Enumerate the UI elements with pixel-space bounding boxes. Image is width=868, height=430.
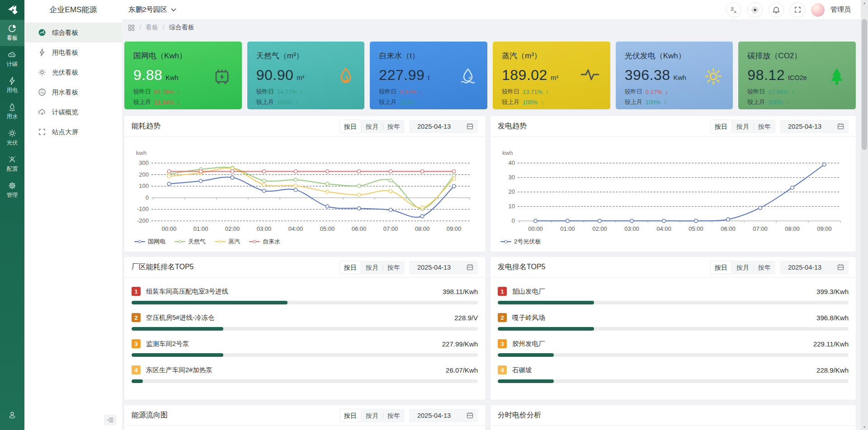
- date-picker[interactable]: 2025-04-13: [409, 120, 478, 133]
- date-value: 2025-04-13: [788, 264, 837, 271]
- svg-text:08:00: 08:00: [785, 225, 800, 232]
- date-picker[interactable]: 2025-04-13: [409, 409, 478, 422]
- rank-bar-track: [132, 327, 478, 331]
- period-tabs: 按日 按月 按年: [710, 261, 775, 274]
- panel-title: 发电趋势: [498, 122, 527, 131]
- page-scrollbar[interactable]: ▲ ▼: [861, 0, 868, 430]
- svg-text:-200: -200: [137, 217, 149, 224]
- sidebar-item-label: 综合看板: [52, 28, 78, 37]
- sidebar-item-overview[interactable]: 综合看板: [24, 23, 122, 42]
- app-logo[interactable]: [0, 0, 24, 20]
- water-drop-icon: [8, 103, 17, 112]
- rank-badge: 3: [132, 339, 141, 348]
- language-button[interactable]: 文 A: [726, 2, 741, 18]
- svg-text:01:00: 01:00: [560, 225, 575, 232]
- sidebar-item-water-board[interactable]: 用水看板: [24, 82, 122, 102]
- sidebar-collapse-button[interactable]: [104, 415, 117, 425]
- scroll-up-arrow[interactable]: ▲: [861, 1, 868, 5]
- rank-row: 2 空压机房5#进线-冷冻仓 228.9/V: [132, 313, 478, 339]
- sidebar-item-label: 用水看板: [52, 88, 78, 97]
- notifications-button[interactable]: [769, 2, 784, 18]
- grid-icon: [128, 24, 135, 31]
- tab-by-day[interactable]: 按日: [340, 120, 361, 133]
- theme-button[interactable]: [747, 2, 763, 18]
- rank-badge: 1: [132, 287, 141, 296]
- rail-item-carbon[interactable]: CO₂ 计碳: [0, 46, 24, 72]
- panel-title: 发电排名TOP5: [498, 262, 546, 272]
- tab-by-year[interactable]: 按年: [383, 409, 405, 422]
- svg-text:04:00: 04:00: [288, 225, 303, 232]
- rail-item-admin[interactable]: 管理: [0, 177, 24, 203]
- rank-badge: 3: [498, 339, 507, 348]
- date-picker[interactable]: 2025-04-13: [780, 261, 849, 274]
- rank-name: 监测车间2号泵: [146, 340, 189, 348]
- tab-by-month[interactable]: 按月: [732, 261, 754, 274]
- rail-label: 光伏: [7, 139, 18, 147]
- tab-by-day[interactable]: 按日: [710, 261, 732, 274]
- rail-item-dashboard[interactable]: 看板: [0, 20, 24, 46]
- sidebar-item-label: 用电看板: [52, 48, 78, 57]
- date-picker[interactable]: 2025-04-13: [409, 261, 478, 274]
- tab-by-year[interactable]: 按年: [754, 261, 775, 274]
- trend-arrow: ↓: [420, 89, 423, 95]
- legend-item[interactable]: 蒸汽: [215, 238, 240, 246]
- gauge-icon: [38, 28, 46, 37]
- legend-item[interactable]: 自来水: [249, 238, 280, 246]
- kpi-card-carbon: 碳排放（CO2） 98.12 tCO2e 较昨日 27.88% ↑ 较上月 10…: [738, 42, 856, 109]
- sidebar-item-solar-board[interactable]: 光伏看板: [24, 62, 122, 82]
- svg-text:0: 0: [146, 194, 149, 201]
- breadcrumb-item[interactable]: 看板: [146, 23, 158, 32]
- svg-text:04:00: 04:00: [656, 225, 671, 232]
- scroll-down-arrow[interactable]: ▼: [861, 425, 868, 429]
- tab-by-month[interactable]: 按月: [361, 120, 383, 133]
- scrollbar-thumb[interactable]: [862, 19, 867, 150]
- svg-text:02:00: 02:00: [592, 225, 607, 232]
- rank-row: 3 监测车间2号泵 227.99/Kwh: [132, 339, 478, 365]
- date-picker[interactable]: 2025-04-13: [780, 120, 849, 133]
- tab-by-year[interactable]: 按年: [383, 261, 405, 274]
- sidebar-item-carbon-overview[interactable]: 计碳概览: [24, 102, 122, 122]
- tab-by-day[interactable]: 按日: [340, 261, 361, 274]
- rail-item-config[interactable]: 配置: [0, 151, 24, 177]
- tab-by-month[interactable]: 按月: [732, 120, 754, 133]
- rail-item-electric[interactable]: 用电: [0, 72, 24, 98]
- legend-item[interactable]: 国网电: [134, 238, 165, 246]
- chart-legend: 2号光伏板: [491, 238, 856, 246]
- legend-item[interactable]: 天然气: [175, 238, 206, 246]
- park-selector[interactable]: 东鹏2号园区: [128, 5, 176, 14]
- lightning-icon: [38, 48, 46, 56]
- energy-trend-panel: 能耗趋势 按日 按月 按年 2025-04-13 kwh3002001000-1…: [124, 116, 485, 252]
- rank-row: 4 石碾坡 228.9/Kwh: [498, 365, 849, 392]
- svg-text:09:00: 09:00: [817, 225, 832, 232]
- tab-by-month[interactable]: 按月: [361, 261, 383, 274]
- svg-text:07:00: 07:00: [753, 225, 768, 232]
- rail-item-solar[interactable]: 光伏: [0, 125, 24, 151]
- sun-icon: [704, 67, 723, 88]
- tab-by-year[interactable]: 按年: [754, 120, 775, 133]
- tab-by-month[interactable]: 按月: [361, 409, 383, 422]
- sidebar-item-big-screen[interactable]: 站点大屏: [24, 122, 122, 142]
- legend-label: 自来水: [263, 238, 280, 246]
- trend-label: 较昨日: [256, 88, 274, 96]
- rank-bar-track: [132, 353, 478, 357]
- rail-item-water[interactable]: 用水: [0, 98, 24, 125]
- sidebar-item-electric-board[interactable]: 用电看板: [24, 42, 122, 62]
- rank-name: 嘎子岭风场: [512, 313, 545, 322]
- rank-bar-track: [498, 327, 849, 331]
- rank-bar-fill: [498, 301, 594, 304]
- legend-item[interactable]: 2号光伏板: [500, 238, 541, 246]
- trend-label: 较昨日: [625, 88, 642, 96]
- svg-text:CO₂: CO₂: [10, 54, 14, 56]
- rail-user-button[interactable]: [0, 410, 24, 420]
- ems-dashboard-page: 看板 CO₂ 计碳 用电 用水: [0, 0, 868, 430]
- fullscreen-button[interactable]: [790, 2, 805, 18]
- kpi-title: 自来水（t）: [379, 51, 478, 61]
- user-avatar[interactable]: [811, 3, 825, 17]
- cloud-download-icon: [38, 108, 46, 116]
- tab-by-year[interactable]: 按年: [383, 120, 405, 133]
- kpi-unit: Kwh: [674, 74, 686, 81]
- breadcrumb: / 看板 / 综合看板: [128, 23, 194, 33]
- tab-by-day[interactable]: 按日: [710, 120, 732, 133]
- tab-by-day[interactable]: 按日: [340, 409, 361, 422]
- rank-bar-fill: [498, 379, 554, 383]
